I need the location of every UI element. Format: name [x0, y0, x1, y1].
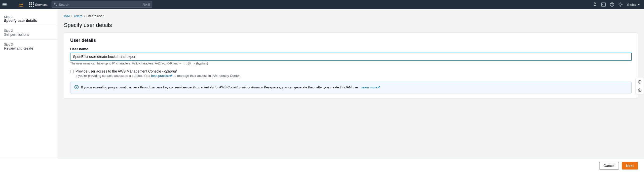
svg-point-20 — [639, 81, 640, 81]
footer-actions: Cancel Next — [0, 159, 644, 172]
hamburger-menu[interactable] — [0, 0, 9, 9]
username-hint: The user name can have up to 64 characte… — [70, 62, 632, 65]
svg-point-11 — [612, 5, 612, 6]
next-button[interactable]: Next — [622, 162, 638, 169]
breadcrumb-iam[interactable]: IAM — [64, 14, 70, 18]
learn-more-external-icon — [378, 86, 380, 88]
username-label: User name — [70, 47, 632, 51]
best-practice-link[interactable]: best practice — [151, 74, 170, 78]
terminal-icon[interactable] — [601, 2, 606, 7]
cancel-button[interactable]: Cancel — [599, 162, 619, 169]
step1-number: Step 1 — [4, 15, 54, 19]
steps-sidebar: Step 1 Specify user details Step 2 Set p… — [0, 9, 58, 172]
step2-number: Step 2 — [4, 29, 54, 32]
step3-label: Review and create — [4, 46, 54, 50]
help-icon[interactable] — [610, 2, 614, 7]
chevron-down-icon — [637, 4, 640, 5]
aws-logo[interactable] — [17, 2, 25, 7]
settings-icon[interactable] — [618, 2, 623, 7]
services-nav[interactable]: Services — [29, 2, 48, 7]
sidebar-step-3: Step 3 Review and create — [0, 41, 58, 52]
console-sublabel: If you're providing console access to a … — [75, 74, 241, 78]
user-details-card: User details User name The user name can… — [64, 32, 638, 99]
region-selector[interactable]: Global — [627, 3, 640, 7]
services-label: Services — [35, 3, 48, 7]
svg-point-7 — [595, 3, 595, 3]
page-title: Specify user details — [64, 22, 638, 28]
svg-rect-1 — [3, 4, 7, 5]
search-icon — [54, 3, 57, 6]
sidebar-step-2: Step 2 Set permissions — [0, 27, 58, 39]
grid-icon — [29, 2, 34, 7]
learn-more-link[interactable]: Learn more — [361, 85, 377, 89]
right-panel-icons — [635, 78, 644, 94]
breadcrumb-current: Create user — [87, 14, 104, 18]
username-group: User name The user name can have up to 6… — [70, 47, 632, 65]
svg-line-4 — [56, 5, 57, 6]
username-input[interactable] — [70, 53, 632, 61]
svg-rect-17 — [378, 87, 379, 88]
breadcrumb-sep-2: › — [84, 14, 85, 18]
page-layout: Step 1 Specify user details Step 2 Set p… — [0, 9, 644, 172]
info-text: If you are creating programmatic access … — [81, 85, 380, 90]
right-icon-1[interactable] — [636, 78, 644, 86]
card-title: User details — [70, 38, 632, 43]
top-navigation: Services [Alt+S] — [0, 0, 644, 9]
svg-rect-13 — [170, 75, 171, 76]
region-label: Global — [627, 3, 636, 7]
svg-rect-0 — [3, 3, 7, 4]
console-access-checkbox[interactable] — [70, 70, 73, 73]
external-link-icon — [170, 74, 173, 77]
search-shortcut: [Alt+S] — [142, 3, 150, 6]
nav-right: Global — [593, 2, 640, 7]
step3-number: Step 3 — [4, 43, 54, 46]
svg-point-3 — [54, 3, 56, 5]
right-icon-2[interactable] — [636, 86, 644, 94]
search-bar[interactable]: [Alt+S] — [52, 2, 152, 8]
main-content: IAM › Users › Create user Specify user d… — [58, 9, 644, 172]
info-box: If you are creating programmatic access … — [70, 82, 632, 93]
svg-rect-2 — [3, 6, 7, 6]
breadcrumb-sep-1: › — [71, 14, 72, 18]
notifications-icon[interactable] — [593, 2, 597, 7]
info-icon — [74, 85, 79, 90]
console-access-row: Provide user access to the AWS Managemen… — [70, 69, 632, 78]
console-checkbox-label[interactable]: Provide user access to the AWS Managemen… — [75, 69, 177, 73]
search-input[interactable] — [59, 3, 140, 7]
svg-point-12 — [620, 4, 621, 5]
svg-point-16 — [76, 86, 77, 87]
svg-rect-8 — [601, 3, 605, 6]
breadcrumb: IAM › Users › Create user — [64, 14, 638, 18]
step2-label: Set permissions — [4, 32, 54, 37]
step1-label: Specify user details — [4, 19, 54, 23]
sidebar-step-1: Step 1 Specify user details — [0, 13, 58, 25]
breadcrumb-users[interactable]: Users — [74, 14, 82, 18]
